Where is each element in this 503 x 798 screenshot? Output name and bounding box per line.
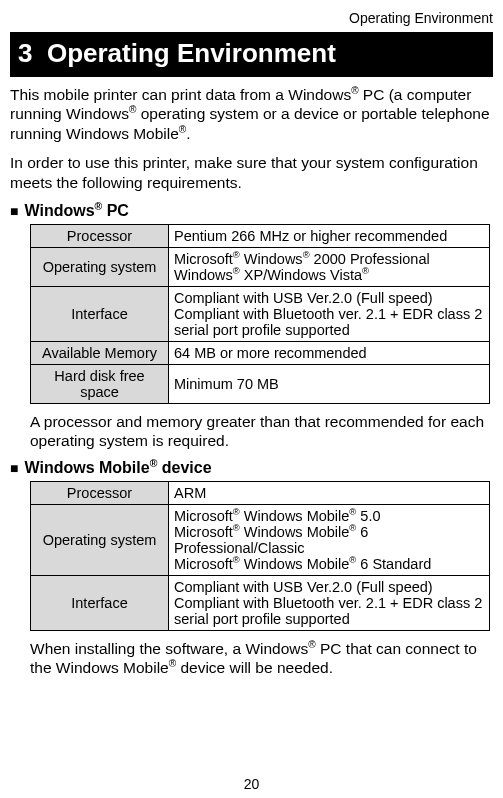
table-row: Interface Compliant with USB Ver.2.0 (Fu…: [31, 575, 490, 630]
cell-label: Operating system: [31, 247, 169, 286]
running-head: Operating Environment: [10, 10, 493, 26]
chapter-title: Operating Environment: [47, 38, 336, 68]
table-windows-pc: Processor Pentium 266 MHz or higher reco…: [30, 224, 490, 404]
section-heading-text: Windows® PC: [24, 202, 128, 219]
cell-value: Compliant with USB Ver.2.0 (Full speed)C…: [169, 575, 490, 630]
table-row: Operating system Microsoft® Windows Mobi…: [31, 504, 490, 575]
bullet-icon: ■: [10, 460, 18, 476]
chapter-title-bar: 3 Operating Environment: [10, 32, 493, 77]
page-number: 20: [0, 776, 503, 792]
cell-value: Microsoft® Windows Mobile® 5.0Microsoft®…: [169, 504, 490, 575]
section1-note: A processor and memory greater than that…: [30, 412, 493, 451]
intro-paragraph-2: In order to use this printer, make sure …: [10, 153, 493, 192]
section-heading-windows-pc: ■Windows® PC: [10, 202, 493, 220]
cell-label: Processor: [31, 224, 169, 247]
table-row: Interface Compliant with USB Ver.2.0 (Fu…: [31, 286, 490, 341]
section2-note: When installing the software, a Windows®…: [30, 639, 493, 678]
intro-paragraph-1: This mobile printer can print data from …: [10, 85, 493, 143]
cell-value: Microsoft® Windows® 2000 Professional Wi…: [169, 247, 490, 286]
table-row: Hard disk free space Minimum 70 MB: [31, 364, 490, 403]
table-windows-mobile: Processor ARM Operating system Microsoft…: [30, 481, 490, 631]
cell-label: Operating system: [31, 504, 169, 575]
section-heading-text: Windows Mobile® device: [24, 459, 211, 476]
cell-label: Processor: [31, 481, 169, 504]
cell-label: Available Memory: [31, 341, 169, 364]
table-row: Processor Pentium 266 MHz or higher reco…: [31, 224, 490, 247]
table-row: Processor ARM: [31, 481, 490, 504]
table-row: Available Memory 64 MB or more recommend…: [31, 341, 490, 364]
cell-label: Interface: [31, 575, 169, 630]
cell-value: Pentium 266 MHz or higher recommended: [169, 224, 490, 247]
cell-value: Compliant with USB Ver.2.0 (Full speed)C…: [169, 286, 490, 341]
cell-label: Interface: [31, 286, 169, 341]
cell-value: 64 MB or more recommended: [169, 341, 490, 364]
cell-label: Hard disk free space: [31, 364, 169, 403]
cell-value: Minimum 70 MB: [169, 364, 490, 403]
table-row: Operating system Microsoft® Windows® 200…: [31, 247, 490, 286]
bullet-icon: ■: [10, 203, 18, 219]
page: Operating Environment 3 Operating Enviro…: [0, 0, 503, 798]
chapter-number: 3: [18, 38, 32, 68]
section-heading-windows-mobile: ■Windows Mobile® device: [10, 459, 493, 477]
cell-value: ARM: [169, 481, 490, 504]
